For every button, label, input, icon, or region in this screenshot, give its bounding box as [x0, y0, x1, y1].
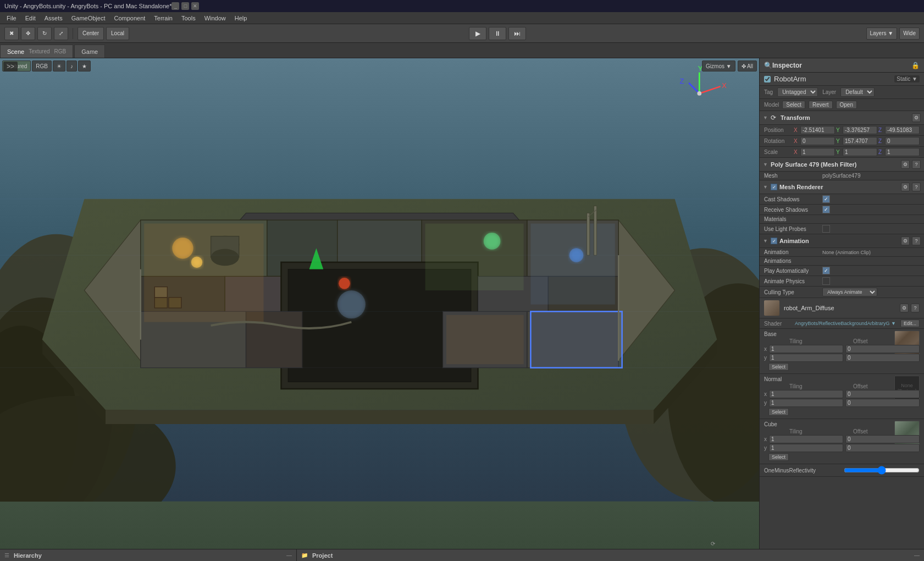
rgb-btn[interactable]: RGB [32, 61, 52, 72]
culling-select[interactable]: Always Animate [822, 288, 877, 296]
rot-x-input[interactable]: 0 [800, 137, 835, 145]
project-collapse-btn[interactable]: — [914, 552, 920, 558]
anim-enabled[interactable]: ✓ [771, 238, 777, 244]
transform-hand-tool[interactable]: ✖ [4, 27, 19, 40]
position-xyz: X -2.51401 Y -3.376257 Z -49.51083 [794, 126, 920, 134]
pivot-center-btn[interactable]: Center [78, 27, 104, 40]
play-auto-check[interactable] [822, 267, 830, 274]
tab-game[interactable]: Game [74, 45, 105, 58]
layers-dropdown[interactable]: Layers ▼ [866, 28, 898, 40]
pause-button[interactable]: ⏸ [489, 27, 506, 40]
transform-settings-btn[interactable]: ⚙ [912, 113, 921, 122]
menu-file[interactable]: File [2, 14, 21, 23]
base-offset-y[interactable] [845, 354, 920, 362]
scale-x-label: X [794, 149, 799, 155]
scale-x-input[interactable]: 1 [800, 148, 835, 156]
animate-physics-check[interactable] [822, 277, 830, 285]
step-button[interactable]: ⏭ [508, 27, 526, 40]
menu-component[interactable]: Component [109, 14, 150, 23]
mesh-settings-btn[interactable]: ⚙ [901, 160, 910, 169]
animate-physics-row: Animate Physics [760, 276, 924, 287]
tag-select[interactable]: Untagged [777, 87, 818, 97]
transform-actions: ⚙ [912, 113, 921, 122]
animation-header[interactable]: ▼ ✓ Animation ⚙ ? [760, 234, 924, 248]
scene-audio-btn[interactable]: ♪ [67, 61, 77, 72]
material-help-btn[interactable]: ? [911, 304, 920, 312]
normal-offset-y[interactable] [845, 399, 920, 407]
hierarchy-collapse-btn[interactable]: — [286, 552, 292, 558]
shader-edit-btn[interactable]: Edit... [900, 320, 920, 327]
close-btn[interactable]: ✕ [191, 2, 199, 10]
cube-offset-x[interactable] [845, 435, 920, 443]
pos-x-input[interactable]: -2.51401 [800, 126, 835, 134]
maximize-btn[interactable]: □ [181, 2, 189, 10]
scene-expand-btn[interactable]: >> [3, 62, 18, 72]
object-enabled-check[interactable] [764, 76, 771, 82]
rot-y-input[interactable]: 157.4707 [843, 137, 877, 145]
menu-assets[interactable]: Assets [40, 14, 67, 23]
anim-help-btn[interactable]: ? [912, 237, 921, 245]
animation-title: Animation [779, 238, 899, 244]
minimize-btn[interactable]: _ [171, 2, 179, 10]
svg-rect-47 [594, 206, 597, 256]
layer-select[interactable]: Default [840, 87, 875, 97]
cast-shadows-check[interactable] [822, 195, 830, 203]
normal-tiling-y[interactable] [769, 399, 843, 407]
normal-tiling-x[interactable] [769, 390, 843, 398]
rot-z-input[interactable]: 0 [885, 137, 920, 145]
gizmos-dropdown[interactable]: Gizmos ▼ [702, 61, 735, 72]
menu-window[interactable]: Window [200, 14, 230, 23]
scene-effects-btn[interactable]: ★ [78, 61, 91, 72]
base-offset-x[interactable] [845, 345, 920, 353]
open-btn[interactable]: Open [836, 101, 857, 109]
normal-offset-x[interactable] [845, 390, 920, 398]
cube-tiling-x[interactable] [769, 435, 843, 443]
anim-settings-btn[interactable]: ⚙ [901, 237, 910, 245]
tab-scene[interactable]: Scene Textured RGB [0, 45, 73, 58]
cube-select-btn[interactable]: Select [768, 453, 789, 461]
renderer-enabled[interactable]: ✓ [771, 184, 777, 190]
menu-terrain[interactable]: Terrain [150, 14, 177, 23]
revert-btn[interactable]: Revert [809, 101, 832, 109]
renderer-help-btn[interactable]: ? [912, 183, 921, 191]
menu-gameobject[interactable]: GameObject [67, 14, 110, 23]
menu-tools[interactable]: Tools [177, 14, 200, 23]
inspector-scroll[interactable]: RobotArm Static ▼ Tag Untagged Layer Def… [760, 73, 924, 549]
mesh-help-btn[interactable]: ? [912, 160, 921, 169]
renderer-settings-btn[interactable]: ⚙ [901, 183, 910, 191]
pivot-local-btn[interactable]: Local [106, 27, 129, 40]
transform-rotate-tool[interactable]: ↻ [37, 27, 52, 40]
scale-y-field: Y 1 [836, 148, 877, 156]
static-badge[interactable]: Static ▼ [894, 75, 920, 82]
mesh-filter-header[interactable]: ▼ Poly Surface 479 (Mesh Filter) ⚙ ? [760, 158, 924, 172]
base-tiling-x[interactable] [769, 345, 843, 353]
light-probes-check[interactable] [822, 225, 830, 233]
lock-icon[interactable]: 🔒 [911, 62, 920, 69]
normal-select-btn[interactable]: Select [768, 408, 789, 416]
pos-z-input[interactable]: -49.51083 [885, 126, 920, 134]
base-select-btn[interactable]: Select [768, 363, 789, 371]
pos-y-input[interactable]: -3.376257 [843, 126, 877, 134]
receive-shadows-check[interactable] [822, 206, 830, 213]
all-btn[interactable]: ✤ All [738, 61, 757, 72]
rotation-xyz: X 0 Y 157.4707 Z 0 [794, 137, 920, 145]
select-btn[interactable]: Select [782, 101, 805, 109]
transform-scale-tool[interactable]: ⤢ [54, 27, 68, 40]
layout-dropdown[interactable]: Wide [899, 28, 920, 40]
menu-edit[interactable]: Edit [21, 14, 40, 23]
scale-z-input[interactable]: 1 [885, 148, 920, 156]
reflectivity-slider[interactable] [844, 466, 920, 475]
cube-tiling-y[interactable] [769, 444, 843, 452]
menu-help[interactable]: Help [230, 14, 252, 23]
base-tiling-y[interactable] [769, 354, 843, 362]
transform-section-header[interactable]: ▼ ⟳ Transform ⚙ [760, 111, 924, 125]
play-button[interactable]: ▶ [469, 27, 486, 40]
cube-offset-y[interactable] [845, 444, 920, 452]
transform-move-tool[interactable]: ✥ [21, 27, 35, 40]
scene-view[interactable]: X Y Z Textured RGB ☀ ♪ ★ Gizmos ▼ ✤ [0, 58, 759, 549]
scale-y-input[interactable]: 1 [843, 148, 877, 156]
mesh-renderer-header[interactable]: ▼ ✓ Mesh Renderer ⚙ ? [760, 180, 924, 194]
material-settings-btn[interactable]: ⚙ [900, 304, 909, 312]
position-row: Position X -2.51401 Y -3.376257 Z -49.51… [760, 125, 924, 136]
scene-icons-btn[interactable]: ☀ [53, 61, 65, 72]
